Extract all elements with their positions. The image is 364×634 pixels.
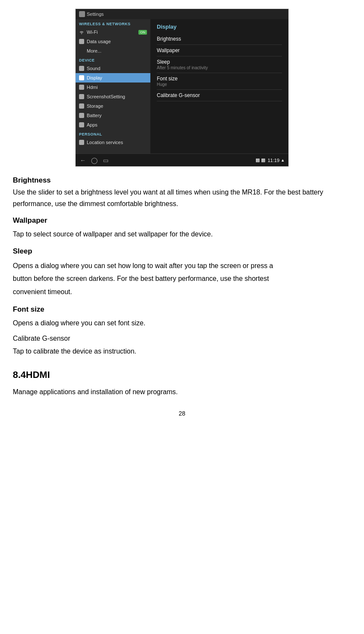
sidebar-item-more[interactable]: More... <box>76 46 150 56</box>
status-bar-title: Settings <box>79 11 104 17</box>
fontsize-sub: Huge <box>157 82 282 87</box>
sleep-sub: After 5 minutes of inactivity <box>157 65 282 70</box>
status-bar: Settings <box>76 9 288 19</box>
section-84: 8.4HDMI Manage applications and installa… <box>13 367 351 398</box>
wifi-status-icon: ▴ <box>282 157 284 163</box>
home-button[interactable]: ◯ <box>91 157 98 164</box>
content-item-brightness[interactable]: Brightness <box>157 33 282 45</box>
storage-label: Storage <box>87 103 103 109</box>
storage-icon <box>79 103 84 109</box>
apps-icon <box>79 122 84 127</box>
hdmi-label: Hdmi <box>87 85 98 90</box>
settings-content-panel: Display Brightness Wallpaper Sleep After… <box>150 19 288 153</box>
location-label: Location services <box>87 140 123 145</box>
sidebar-item-battery[interactable]: Battery <box>76 111 150 120</box>
location-icon <box>79 140 84 145</box>
sidebar-item-display[interactable]: Display <box>76 73 150 83</box>
sleep-para2: button before the screen darkens. For th… <box>13 272 351 285</box>
status-bar-app-name: Settings <box>87 12 104 17</box>
wallpaper-heading: Wallpaper <box>13 215 351 226</box>
content-item-calibrate[interactable]: Calibrate G-sensor <box>157 90 282 101</box>
section-label-personal: PERSONAL <box>76 130 150 138</box>
battery-label: Battery <box>87 113 102 118</box>
battery-icon <box>79 113 84 118</box>
status-right: ▩ ▩ 11:19 ▴ <box>255 157 284 163</box>
screenshot-label: ScreenshotSetting <box>87 94 125 99</box>
sidebar-item-wifi[interactable]: Wi-Fi ON <box>76 27 150 37</box>
content-item-fontsize[interactable]: Font size Huge <box>157 73 282 90</box>
sleep-heading: Sleep <box>13 245 351 257</box>
back-button[interactable]: ← <box>80 157 86 164</box>
display-label: Display <box>87 75 102 80</box>
page-number: 28 <box>13 410 351 417</box>
section-label-device: DEVICE <box>76 56 150 64</box>
content-item-wallpaper[interactable]: Wallpaper <box>157 45 282 56</box>
apps-label: Apps <box>87 122 97 127</box>
settings-sidebar: WIRELESS & NETWORKS Wi-Fi ON Data usage <box>76 19 150 153</box>
wifi-icon <box>79 29 84 35</box>
sleep-title: Sleep <box>157 59 282 65</box>
settings-body: WIRELESS & NETWORKS Wi-Fi ON Data usage <box>76 19 288 153</box>
sleep-block: Opens a dialog where you can set how lon… <box>13 259 351 298</box>
section-label-wireless: WIRELESS & NETWORKS <box>76 19 150 27</box>
fontsize-title: Font size <box>157 76 282 82</box>
wifi-label: Wi-Fi <box>87 29 98 35</box>
fontsize-para: Opens a dialog where you can set font si… <box>13 318 351 329</box>
content-item-sleep[interactable]: Sleep After 5 minutes of inactivity <box>157 56 282 73</box>
sleep-para3: convenient timeout. <box>13 286 351 298</box>
calibrate-title: Calibrate G-sensor <box>157 92 282 98</box>
nav-bar: ← ◯ ▭ ▩ ▩ 11:19 ▴ <box>76 153 288 166</box>
data-usage-icon <box>79 39 84 44</box>
data-usage-label: Data usage <box>87 39 111 44</box>
wallpaper-title: Wallpaper <box>157 47 282 53</box>
wifi-toggle[interactable]: ON <box>138 30 147 35</box>
hdmi-icon <box>79 85 84 90</box>
sidebar-item-storage[interactable]: Storage <box>76 101 150 111</box>
more-label: More... <box>87 48 101 53</box>
device-screenshot: Settings WIRELESS & NETWORKS Wi-Fi ON <box>75 9 289 167</box>
recents-button[interactable]: ▭ <box>103 157 109 164</box>
fontsize-heading: Font size <box>13 304 351 315</box>
doc-content: Brightness Use the slider to set a brigh… <box>13 174 351 397</box>
section-84-para: Manage applications and installation of … <box>13 386 351 398</box>
calibrate-heading: Calibrate G-sensor <box>13 333 351 344</box>
status-icons: ▩ ▩ <box>255 157 265 163</box>
sidebar-item-screenshot[interactable]: ScreenshotSetting <box>76 92 150 101</box>
wallpaper-para: Tap to select source of wallpaper and se… <box>13 229 351 240</box>
settings-app-icon <box>79 11 85 17</box>
calibrate-para: Tap to calibrate the device as instructi… <box>13 346 351 357</box>
brightness-para: Use the slider to set a brightness level… <box>13 187 351 209</box>
screenshot-container: Settings WIRELESS & NETWORKS Wi-Fi ON <box>13 9 351 167</box>
sidebar-item-apps[interactable]: Apps <box>76 120 150 130</box>
sound-icon <box>79 66 84 71</box>
sidebar-item-hdmi[interactable]: Hdmi <box>76 83 150 92</box>
content-panel-title: Display <box>157 24 282 30</box>
section-84-title: 8.4HDMI <box>13 367 351 382</box>
sound-label: Sound <box>87 66 100 71</box>
brightness-heading: Brightness <box>13 174 351 186</box>
sidebar-item-location[interactable]: Location services <box>76 138 150 147</box>
status-time: 11:19 <box>267 158 279 163</box>
screenshot-icon <box>79 94 84 99</box>
sidebar-item-data-usage[interactable]: Data usage <box>76 37 150 46</box>
display-icon <box>79 75 84 80</box>
brightness-title: Brightness <box>157 36 282 42</box>
sleep-para1: Opens a dialog where you can set how lon… <box>13 259 351 272</box>
page-wrapper: Settings WIRELESS & NETWORKS Wi-Fi ON <box>0 0 364 434</box>
sidebar-item-sound[interactable]: Sound <box>76 64 150 73</box>
